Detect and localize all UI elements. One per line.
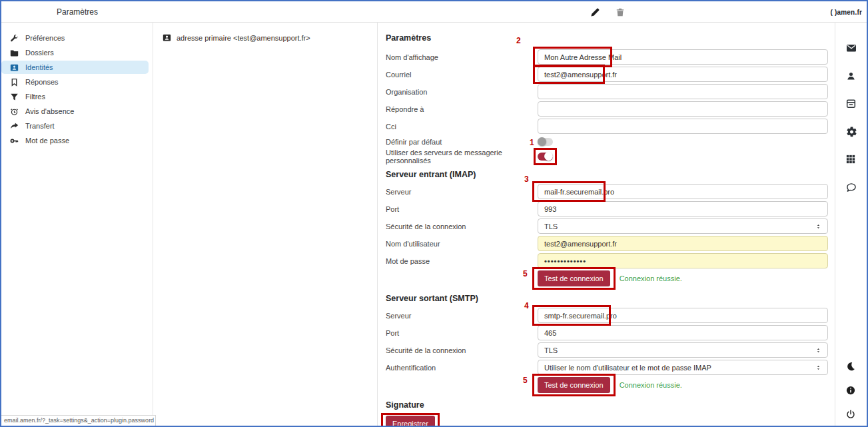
dark-mode-moon-icon	[846, 362, 855, 372]
delete-identity-button[interactable]	[614, 6, 626, 18]
sidebar-item-filters[interactable]: Filtres	[1, 90, 149, 103]
bookmark-icon	[10, 78, 19, 87]
sidebar-item-preferences[interactable]: Préférences	[1, 31, 149, 45]
trash-icon	[616, 7, 625, 17]
imap-port-input[interactable]	[538, 201, 828, 216]
toggle-knob	[544, 152, 553, 161]
sidebar-item-label: Avis d'absence	[25, 107, 74, 115]
annotation-number-5-smtp: 5	[523, 376, 528, 385]
folder-icon	[10, 49, 19, 57]
calendar-app-button[interactable]	[846, 99, 857, 109]
email-input[interactable]	[538, 67, 828, 82]
smtp-auth-value: Utiliser le nom d'utilisateur et le mot …	[544, 364, 815, 372]
apps-grid-icon	[846, 155, 855, 165]
imap-security-select[interactable]: TLS	[538, 218, 828, 234]
reply-to-input[interactable]	[538, 101, 828, 117]
select-stepper-icon	[815, 364, 821, 372]
toggle-knob	[538, 137, 546, 146]
custom-servers-toggle[interactable]	[538, 153, 553, 161]
info-icon	[846, 386, 855, 396]
wrench-icon	[10, 34, 19, 43]
sidebar-item-vacation[interactable]: Avis d'absence	[1, 105, 149, 118]
chat-icon	[846, 183, 857, 193]
contacts-icon	[846, 71, 856, 81]
forward-arrow-icon	[10, 122, 19, 131]
imap-server-input[interactable]	[538, 184, 828, 199]
chat-app-button[interactable]	[846, 183, 857, 193]
logout-button[interactable]	[846, 410, 857, 420]
display-name-label: Nom d'affichage	[386, 53, 538, 61]
organization-label: Organisation	[386, 88, 538, 96]
dark-mode-button[interactable]	[846, 362, 857, 372]
custom-servers-label: Utiliser des serveurs de messagerie pers…	[386, 149, 538, 165]
app-rail	[835, 23, 867, 426]
identity-form: Paramètres Nom d'affichage 2 Courriel Or…	[378, 23, 835, 426]
sidebar-item-responses[interactable]: Réponses	[1, 75, 149, 89]
smtp-test-connection-button[interactable]: Test de connexion	[538, 377, 610, 393]
imap-username-label: Nom d'utilisateur	[386, 240, 538, 248]
mail-app-button[interactable]	[846, 43, 857, 53]
calendar-icon	[846, 99, 856, 109]
rail-bottom-group	[846, 362, 857, 420]
toolbar	[589, 1, 626, 23]
imap-username-input[interactable]	[538, 236, 828, 251]
smtp-auth-select[interactable]: Utiliser le nom d'utilisateur et le mot …	[538, 360, 828, 375]
status-url-tooltip: email.amen.fr/?_task=settings&_action=pl…	[1, 415, 156, 426]
settings-app-button[interactable]	[846, 127, 857, 137]
sidebar-item-forwarding[interactable]: Transfert	[1, 119, 149, 133]
organization-input[interactable]	[538, 84, 828, 99]
sidebar-item-label: Transfert	[25, 122, 55, 130]
imap-security-value: TLS	[544, 222, 815, 230]
contact-card-icon	[10, 63, 19, 72]
select-stepper-icon	[815, 222, 821, 230]
imap-port-label: Port	[386, 205, 538, 213]
sidebar-item-folders[interactable]: Dossiers	[1, 46, 149, 59]
smtp-port-label: Port	[386, 329, 538, 337]
top-bar: Paramètres ( )amen.fr	[1, 1, 867, 23]
imap-test-connection-button[interactable]: Test de connexion	[538, 270, 610, 286]
imap-password-label: Mot de passe	[386, 257, 538, 265]
bcc-label: Cci	[386, 123, 538, 131]
about-button[interactable]	[846, 386, 857, 396]
sidebar-item-label: Réponses	[25, 78, 59, 86]
imap-server-label: Serveur	[386, 188, 538, 196]
annotation-number-5-imap: 5	[523, 269, 528, 278]
smtp-test-success-message: Connexion réussie.	[620, 381, 682, 389]
alarm-clock-icon	[10, 107, 19, 116]
imap-password-input[interactable]	[538, 253, 828, 268]
section-heading-settings: Paramètres	[386, 34, 828, 43]
smtp-server-input[interactable]	[538, 308, 828, 323]
bcc-input[interactable]	[538, 119, 828, 134]
sidebar-item-identities[interactable]: Identités	[1, 61, 149, 74]
power-icon	[846, 410, 855, 420]
smtp-port-input[interactable]	[538, 325, 828, 340]
smtp-security-value: TLS	[544, 346, 815, 354]
contact-card-icon	[163, 33, 171, 42]
imap-test-success-message: Connexion réussie.	[620, 274, 682, 282]
sidebar-item-label: Mot de passe	[25, 137, 69, 145]
select-stepper-icon	[815, 346, 821, 354]
page-title: Paramètres	[1, 1, 153, 23]
content-area: Préférences Dossiers Identités Réponses	[1, 23, 867, 426]
section-heading-smtp: Serveur sortant (SMTP)	[386, 294, 828, 303]
key-icon	[10, 137, 19, 145]
apps-button[interactable]	[846, 155, 857, 165]
smtp-security-select[interactable]: TLS	[538, 342, 828, 358]
default-identity-toggle[interactable]	[538, 138, 553, 146]
smtp-server-label: Serveur	[386, 312, 538, 320]
identity-list-item[interactable]: adresse primaire <test@amensupport.fr>	[163, 33, 377, 42]
amen-fr-logo: ( )amen.fr	[830, 1, 862, 23]
contacts-app-button[interactable]	[846, 71, 857, 81]
identities-list: adresse primaire <test@amensupport.fr>	[153, 23, 378, 426]
display-name-input[interactable]	[538, 49, 828, 65]
section-heading-signature: Signature	[386, 401, 828, 410]
edit-identity-button[interactable]	[589, 6, 601, 18]
settings-sidebar: Préférences Dossiers Identités Réponses	[1, 23, 153, 426]
identity-item-label: adresse primaire <test@amensupport.fr>	[177, 34, 310, 42]
save-button[interactable]: Enregistrer	[386, 416, 435, 426]
sidebar-item-password[interactable]: Mot de passe	[1, 134, 149, 147]
mail-icon	[846, 43, 857, 53]
pencil-icon	[590, 7, 600, 17]
funnel-icon	[10, 93, 19, 101]
smtp-security-label: Sécurité de la connexion	[386, 346, 538, 354]
